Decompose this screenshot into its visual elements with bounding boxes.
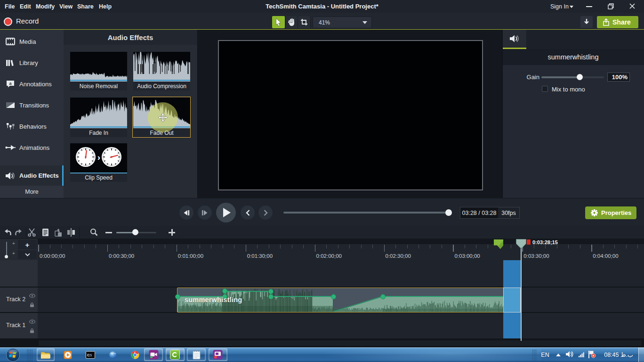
svg-text:C:\: C:\: [87, 354, 91, 357]
